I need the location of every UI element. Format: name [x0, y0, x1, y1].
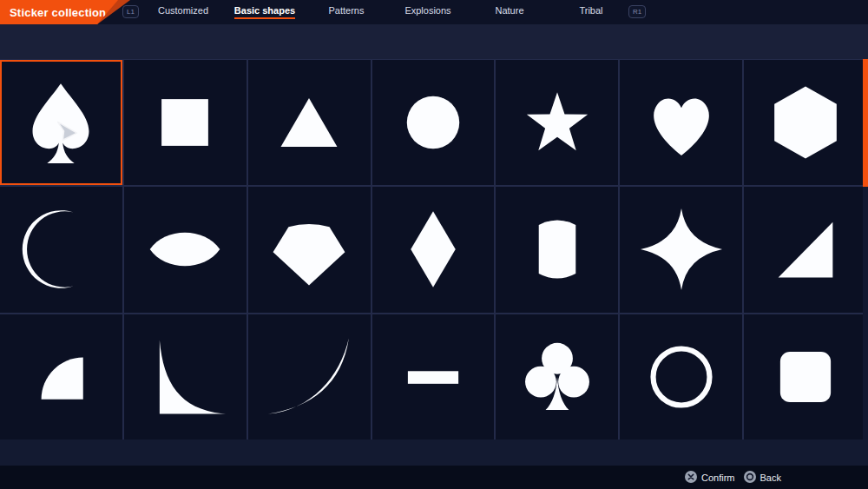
hexagon-icon: [757, 74, 854, 171]
concave-corner-icon: [136, 328, 233, 426]
sticker-collection-screen: Sticker collection L1 CustomizedBasic sh…: [0, 0, 868, 489]
sticker-grid: [0, 59, 868, 439]
tab-label: Tribal: [579, 5, 602, 19]
sticker-tile-hexagon[interactable]: [744, 60, 866, 185]
sticker-tile-bar[interactable]: [372, 314, 495, 439]
sticker-tile-concave-corner[interactable]: [124, 314, 247, 439]
cross-button-icon: [685, 471, 697, 485]
r1-shoulder-button-icon: R1: [628, 5, 646, 18]
tab-explosions[interactable]: Explosions: [387, 0, 469, 24]
tab-tribal[interactable]: Tribal: [550, 0, 632, 24]
sticker-tile-pentagon[interactable]: [248, 187, 371, 312]
barrel-icon: [509, 201, 606, 298]
circle-icon: [385, 74, 482, 171]
sticker-tile-club[interactable]: [496, 314, 618, 439]
sticker-tile-crescent[interactable]: [0, 187, 122, 312]
tab-customized[interactable]: Customized: [142, 0, 224, 24]
pentagon-icon: [260, 201, 358, 298]
tab-label: Basic shapes: [234, 5, 295, 19]
lens-icon: [136, 201, 233, 298]
sticker-tile-circle[interactable]: [372, 60, 495, 185]
sticker-tile-quarter-circle[interactable]: [0, 314, 122, 439]
sticker-grid-area: [0, 59, 868, 439]
circle-button-icon: [744, 471, 756, 485]
bar-icon: [385, 328, 482, 426]
title-plate: Sticker collection: [0, 0, 118, 24]
tab-label: Customized: [158, 5, 208, 19]
sticker-tile-swoosh[interactable]: [248, 314, 371, 439]
tab-label: Explosions: [404, 5, 450, 19]
swoosh-icon: [260, 328, 358, 426]
tab-basic-shapes[interactable]: Basic shapes: [224, 0, 306, 24]
heart-icon: [633, 74, 730, 171]
sticker-tile-ring[interactable]: [620, 314, 742, 439]
sticker-tile-star[interactable]: [496, 60, 618, 185]
triangle-icon: [260, 74, 358, 171]
sticker-tile-spade[interactable]: [0, 60, 122, 185]
diamond-icon: [385, 201, 482, 298]
sticker-tile-right-triangle[interactable]: [744, 187, 866, 312]
category-tabs: CustomizedBasic shapesPatternsExplosions…: [142, 0, 632, 24]
tab-label: Nature: [495, 5, 523, 19]
confirm-hint[interactable]: Confirm: [685, 471, 735, 485]
l1-shoulder-button-icon: L1: [122, 5, 139, 18]
right-triangle-icon: [757, 201, 854, 298]
footer-spacer-band: [0, 439, 868, 466]
ring-icon: [633, 328, 730, 426]
sticker-tile-heart[interactable]: [620, 60, 742, 185]
crescent-icon: [12, 201, 109, 298]
page-title: Sticker collection: [10, 6, 106, 19]
star-icon: [509, 74, 606, 171]
sticker-tile-triangle[interactable]: [248, 60, 371, 185]
sticker-tile-barrel[interactable]: [496, 187, 618, 312]
back-label: Back: [760, 472, 781, 483]
header-spacer-band: [0, 24, 868, 59]
sticker-tile-diamond[interactable]: [372, 187, 495, 312]
confirm-label: Confirm: [701, 472, 735, 483]
button-hints-bar: Confirm Back: [0, 466, 868, 489]
tab-label: Patterns: [329, 5, 365, 19]
square-icon: [136, 74, 233, 171]
sticker-tile-sparkle[interactable]: [620, 187, 742, 312]
sticker-tile-lens[interactable]: [124, 187, 247, 312]
quarter-circle-icon: [12, 328, 109, 426]
sparkle-icon: [633, 201, 730, 298]
scrollbar-thumb[interactable]: [863, 59, 868, 187]
sticker-tile-rounded-square[interactable]: [744, 314, 866, 439]
rounded-square-icon: [757, 328, 854, 426]
club-icon: [509, 328, 606, 426]
scrollbar-track: [863, 59, 868, 439]
spade-icon: [12, 74, 109, 171]
sticker-tile-square[interactable]: [124, 60, 247, 185]
tab-nature[interactable]: Nature: [469, 0, 550, 24]
tab-patterns[interactable]: Patterns: [306, 0, 387, 24]
top-bar: Sticker collection L1 CustomizedBasic sh…: [0, 0, 868, 24]
back-hint[interactable]: Back: [744, 471, 781, 485]
